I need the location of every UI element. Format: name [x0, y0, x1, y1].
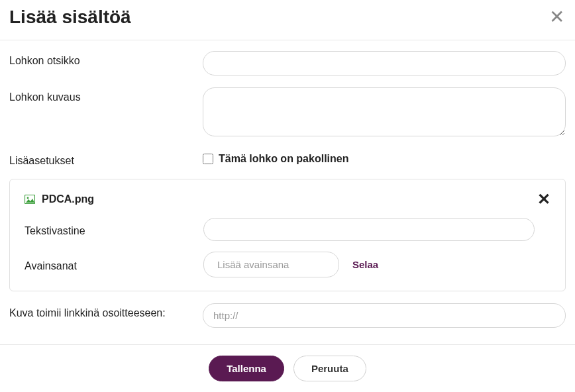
save-button[interactable]: Tallenna — [209, 356, 284, 381]
alt-text-input[interactable] — [203, 218, 535, 241]
remove-file-button[interactable]: ✕ — [537, 191, 550, 207]
close-button[interactable]: ✕ — [548, 8, 566, 26]
row-alt-text: Tekstivastine — [25, 218, 550, 241]
keywords-input[interactable] — [203, 252, 339, 277]
required-checkbox[interactable] — [203, 154, 213, 164]
file-card: PDCA.png ✕ Tekstivastine Avainsanat Sela… — [9, 179, 566, 291]
modal-footer: Tallenna Peruuta — [0, 344, 575, 392]
row-block-title: Lohkon otsikko — [9, 51, 566, 75]
image-link-input[interactable] — [203, 303, 566, 328]
close-icon: ✕ — [549, 7, 564, 27]
row-block-desc: Lohkon kuvaus — [9, 87, 566, 139]
add-content-modal: Lisää sisältöä ✕ Lohkon otsikko Lohkon k… — [0, 0, 575, 392]
required-label[interactable]: Tämä lohko on pakollinen — [219, 153, 348, 165]
block-title-input[interactable] — [203, 51, 566, 75]
remove-icon: ✕ — [537, 190, 550, 208]
cancel-button[interactable]: Peruuta — [293, 356, 366, 381]
image-icon — [25, 195, 35, 204]
modal-title: Lisää sisältöä — [9, 7, 131, 28]
extra-settings-label: Lisäasetukset — [9, 151, 203, 167]
row-keywords: Avainsanat Selaa — [25, 252, 550, 277]
alt-text-label: Tekstivastine — [25, 222, 203, 237]
block-title-label: Lohkon otsikko — [9, 51, 203, 75]
keywords-label: Avainsanat — [25, 258, 203, 272]
image-link-label: Kuva toimii linkkinä osoitteeseen: — [9, 303, 203, 328]
file-name: PDCA.png — [42, 193, 94, 205]
row-extra-settings: Lisäasetukset Tämä lohko on pakollinen — [9, 151, 566, 167]
browse-keywords-link[interactable]: Selaa — [352, 259, 378, 270]
modal-header: Lisää sisältöä ✕ — [0, 0, 575, 40]
file-card-header: PDCA.png ✕ — [25, 191, 550, 207]
row-image-link: Kuva toimii linkkinä osoitteeseen: — [9, 303, 566, 328]
block-desc-textarea[interactable] — [203, 87, 566, 136]
block-desc-label: Lohkon kuvaus — [9, 87, 203, 139]
svg-point-1 — [27, 197, 29, 199]
modal-body: Lohkon otsikko Lohkon kuvaus Lisäasetuks… — [0, 40, 575, 344]
